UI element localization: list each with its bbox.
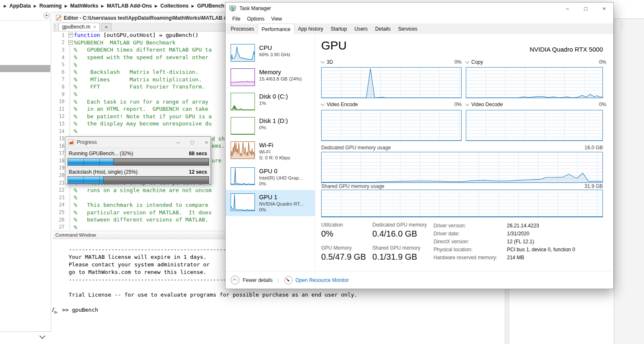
chart-max: 31.9 GB (584, 183, 603, 189)
tab-startup[interactable]: Startup (327, 24, 351, 34)
drag-grip-icon[interactable] (55, 24, 57, 30)
fold-marker-icon[interactable] (67, 33, 74, 37)
sidebar-item-sub: Intel(R) UHD Grap... (259, 175, 303, 181)
minimize-icon[interactable]: – (177, 139, 179, 146)
gpu-heading: GPU (321, 39, 347, 52)
menu-options[interactable]: Options (244, 16, 267, 22)
sidebar-item-sub: 0% (259, 181, 303, 187)
tab-performance[interactable]: Performance (258, 23, 294, 34)
detail-value: 1/31/2020 (507, 231, 529, 237)
sidebar-item-sub: 1% (259, 100, 288, 106)
task-manager-window: Task Manager – □ × FileOptionsView Proce… (225, 2, 614, 289)
fewer-details-icon[interactable] (231, 276, 239, 284)
close-icon[interactable]: × (595, 3, 613, 14)
tab-services[interactable]: Services (395, 24, 421, 34)
maximize-icon[interactable]: □ (576, 3, 595, 14)
progress-row: Running GPUBench... (32%) 88 secs (69, 151, 207, 156)
sidebar-item-gpu-0[interactable]: GPU 0Intel(R) UHD Grap...0% (226, 164, 315, 190)
chart-header-video-encode[interactable]: Video Encode 0% (321, 102, 462, 107)
breadcrumb-arrow-icon: ▶ (192, 4, 194, 8)
chart-video-encode (321, 110, 462, 141)
panel-menu-icon[interactable] (43, 12, 50, 21)
fx-function-hint[interactable]: fx▾ (52, 307, 57, 315)
breadcrumb-item-collections[interactable]: Collections (160, 3, 188, 9)
code-text: % in an HTML report. GPUBENCH can take (74, 106, 212, 112)
chart-label: Dedicated GPU memory usage (321, 145, 391, 151)
task-manager-icon (229, 5, 236, 12)
footer: Fewer details | Open Resource Monitor (226, 271, 613, 289)
breadcrumb-item-roaming[interactable]: Roaming (39, 3, 62, 9)
sidebar-item-sub: Wi-Fi (259, 149, 290, 155)
breadcrumb-item-matlab-add-ons[interactable]: MATLAB Add-Ons (107, 3, 152, 9)
line-number: 10 (53, 99, 67, 104)
sidebar-item-memory[interactable]: Memory15.4/63.8 GB (24%) (226, 65, 315, 89)
fewer-details-button[interactable]: Fewer details (243, 277, 273, 283)
breadcrumb-item-mathworks[interactable]: MathWorks (70, 3, 98, 9)
detail-value: PCI bus 1, device 0, function 0 (507, 247, 575, 253)
progress-task-label: Running GPUBench... (32%) (69, 151, 133, 156)
breadcrumb-item-gpubench[interactable]: GPUBench (197, 3, 224, 9)
chart-header-video-decode[interactable]: Video Decode 0% (466, 102, 606, 107)
breadcrumb-arrow-icon: ▶ (101, 4, 104, 8)
breadcrumb-item-appdata[interactable]: AppData (9, 3, 31, 9)
breadcrumb-arrow-icon: ▶ (34, 4, 36, 8)
sparkline-disk-0-c (231, 93, 255, 110)
close-tab-icon[interactable]: × (93, 24, 96, 29)
gpu-panel: GPU NVIDIA Quadro RTX 5000 3D 0% Copy 0%… (321, 34, 603, 289)
sparkline-gpu-1 (231, 193, 255, 211)
line-number: 2 (53, 39, 67, 45)
stat-value: 0% (321, 228, 343, 239)
sidebar-item-title: GPU 0 (259, 167, 303, 175)
sidebar-item-disk-0-c[interactable]: Disk 0 (C:)1% (226, 89, 315, 114)
menu-view[interactable]: View (268, 16, 286, 22)
tab-app-history[interactable]: App history (294, 24, 327, 34)
background-right-panel-top (614, 0, 644, 19)
maximize-icon[interactable]: □ (191, 139, 194, 146)
detail-label: Physical location: (434, 247, 473, 253)
sidebar-item-disk-1-d[interactable]: Disk 1 (D:)0% (226, 114, 315, 138)
sidebar-item-gpu-1[interactable]: GPU 1NVIDIA Quadro RT...0% (226, 190, 315, 216)
breadcrumb-arrow-icon: ▶ (4, 4, 6, 8)
tab-gpubench-m[interactable]: gpuBench.m × (58, 23, 100, 31)
sidebar-item-cpu[interactable]: CPU66% 3.90 GHz (226, 41, 315, 65)
folder-selected-row[interactable] (0, 65, 50, 72)
code-text: % GPUBENCH times different MATLAB GPU ta (74, 47, 212, 53)
tab-users[interactable]: Users (351, 24, 371, 34)
tab-bar: ProcessesPerformanceApp historyStartupUs… (226, 23, 613, 34)
performance-sidebar: CPU66% 3.90 GHzMemory15.4/63.8 GB (24%)D… (226, 41, 315, 216)
sidebar-item-wi-fi[interactable]: Wi-FiWi-FiS: 0 R: 0 Kbps (226, 138, 315, 164)
chart-header-3d[interactable]: 3D 0% (321, 59, 462, 65)
progress-bar (68, 176, 209, 184)
line-number: 5 (53, 62, 67, 68)
detail-row-driver-version: Driver version:26.21.14.4223 (434, 223, 603, 230)
current-folder-panel[interactable] (0, 12, 51, 332)
close-icon[interactable]: × (205, 139, 208, 146)
line-number: 7 (53, 76, 67, 82)
resource-monitor-icon[interactable] (284, 276, 293, 284)
chart-label: Video Encode (327, 102, 358, 107)
sparkline-memory (231, 68, 255, 86)
sidebar-item-sub: 66% 3.90 GHz (259, 52, 291, 57)
chevron-down-icon[interactable] (39, 333, 45, 339)
sidebar-item-title: GPU 1 (259, 193, 304, 201)
minimize-icon[interactable]: – (558, 3, 576, 14)
breadcrumb-arrow-icon: ▶ (155, 4, 157, 8)
menu-file[interactable]: File (229, 16, 244, 22)
tab-processes[interactable]: Processes (227, 24, 258, 34)
line-number: 3 (53, 47, 67, 53)
line-number: 23 (53, 195, 67, 201)
command-window-title: Command Window (55, 232, 96, 237)
dedicated-memory-header: Dedicated GPU memory usage 16.0 GB (321, 145, 603, 151)
detail-label: DirectX version: (434, 239, 469, 245)
fold-marker-icon[interactable] (67, 40, 74, 45)
progress-titlebar[interactable]: Progress – □ × (65, 137, 210, 148)
panel-splitter[interactable] (505, 288, 509, 344)
new-tab-button[interactable]: + (101, 23, 112, 31)
task-manager-titlebar[interactable]: Task Manager – □ × (226, 3, 613, 14)
tab-details[interactable]: Details (371, 24, 395, 34)
open-resource-monitor-link[interactable]: Open Resource Monitor (296, 277, 349, 283)
chart-header-copy[interactable]: Copy 0% (466, 59, 606, 65)
sidebar-item-sub: S: 0 R: 0 Kbps (259, 155, 290, 161)
chart-value: 0% (454, 59, 462, 65)
line-number: 27 (53, 224, 67, 230)
